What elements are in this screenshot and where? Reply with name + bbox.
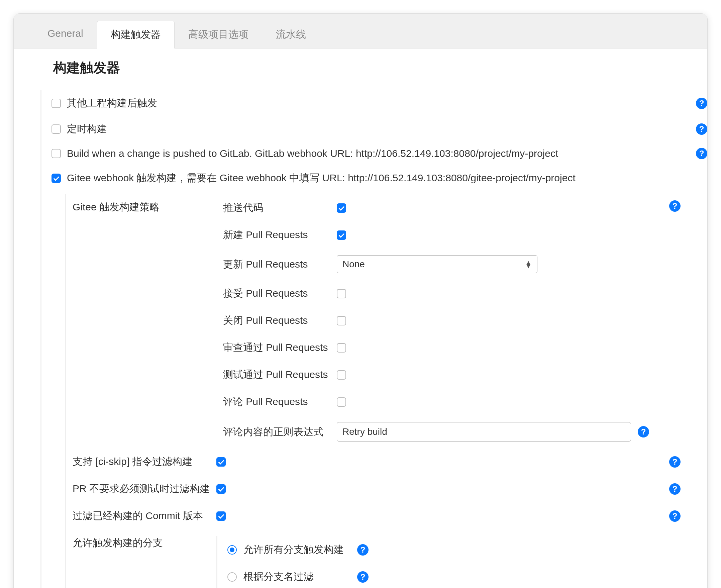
new-pr-row: 新建 Pull Requests	[223, 222, 681, 249]
help-icon[interactable]: ?	[638, 426, 649, 438]
allowed-branches-label: 允许触发构建的分支	[72, 536, 216, 550]
help-icon[interactable]: ?	[669, 456, 681, 468]
trigger-gitlab-checkbox[interactable]	[51, 149, 61, 158]
select-arrows-icon: ▲▼	[525, 261, 532, 268]
branch-all-label: 允许所有分支触发构建	[243, 543, 344, 556]
update-pr-value: None	[342, 259, 365, 270]
accept-pr-checkbox[interactable]	[337, 289, 346, 298]
help-icon[interactable]: ?	[357, 571, 368, 583]
review-pr-label: 审查通过 Pull Requests	[223, 341, 337, 355]
triggers-list: 其他工程构建后触发 ? 定时构建 ? Build when a change i…	[40, 90, 681, 588]
pr-no-test-row: PR 不要求必须测试时过滤构建 ?	[72, 475, 681, 502]
allowed-branches-row: 允许触发构建的分支 允许所有分支触发构建 ? 根据分支名过滤 ?	[72, 529, 681, 588]
comment-pr-checkbox[interactable]	[337, 397, 346, 407]
close-pr-label: 关闭 Pull Requests	[223, 314, 337, 328]
comment-pr-label: 评论 Pull Requests	[223, 395, 337, 409]
trigger-other-project-row: 其他工程构建后触发 ?	[51, 90, 681, 116]
tab-advanced[interactable]: 高级项目选项	[174, 21, 262, 48]
push-row: 推送代码	[223, 194, 681, 222]
pr-no-test-label: PR 不要求必须测试时过滤构建	[72, 482, 216, 496]
ci-skip-label: 支持 [ci-skip] 指令过滤构建	[72, 455, 216, 468]
trigger-gitee-label: Gitee webhook 触发构建，需要在 Gitee webhook 中填写…	[67, 171, 575, 185]
close-pr-checkbox[interactable]	[337, 316, 346, 326]
help-icon[interactable]: ?	[669, 510, 681, 522]
update-pr-label: 更新 Pull Requests	[223, 257, 337, 271]
filter-built-label: 过滤已经构建的 Commit 版本	[72, 509, 216, 523]
help-icon[interactable]: ?	[669, 483, 681, 495]
trigger-other-project-checkbox[interactable]	[51, 99, 61, 108]
trigger-timed-checkbox[interactable]	[51, 124, 61, 134]
test-pr-label: 测试通过 Pull Requests	[223, 368, 337, 382]
close-pr-row: 关闭 Pull Requests	[223, 307, 681, 334]
gitee-strategy-section: ? Gitee 触发构建策略 推送代码 新建 Pull Requests	[72, 194, 681, 448]
comment-pr-row: 评论 Pull Requests	[223, 388, 681, 415]
branch-name-row: 根据分支名过滤 ?	[227, 563, 681, 588]
comment-regex-row: 评论内容的正则表达式 ?	[223, 415, 681, 448]
help-icon[interactable]: ?	[357, 544, 368, 555]
branch-all-row: 允许所有分支触发构建 ?	[227, 536, 681, 563]
help-icon[interactable]: ?	[696, 123, 707, 135]
test-pr-row: 测试通过 Pull Requests	[223, 361, 681, 388]
review-pr-row: 审查通过 Pull Requests	[223, 334, 681, 361]
strategy-title: Gitee 触发构建策略	[72, 201, 160, 212]
trigger-gitee-checkbox[interactable]	[51, 174, 61, 183]
trigger-gitee-row: Gitee webhook 触发构建，需要在 Gitee webhook 中填写…	[51, 165, 681, 191]
trigger-gitlab-label: Build when a change is pushed to GitLab.…	[67, 148, 558, 159]
comment-regex-label: 评论内容的正则表达式	[223, 425, 337, 439]
trigger-timed-row: 定时构建 ?	[51, 116, 681, 142]
push-label: 推送代码	[223, 201, 337, 215]
trigger-timed-label: 定时构建	[67, 122, 107, 136]
tab-bar: General 构建触发器 高级项目选项 流水线	[14, 14, 707, 48]
help-icon[interactable]: ?	[696, 148, 707, 159]
review-pr-checkbox[interactable]	[337, 343, 346, 353]
section-title: 构建触发器	[53, 59, 681, 77]
branch-all-radio[interactable]	[227, 545, 237, 554]
branch-name-label: 根据分支名过滤	[243, 570, 344, 584]
push-checkbox[interactable]	[337, 203, 346, 213]
branch-options: 允许所有分支触发构建 ? 根据分支名过滤 ? 根据正则表达式过滤分支 ?	[216, 536, 681, 588]
ci-skip-checkbox[interactable]	[216, 457, 226, 467]
tab-general[interactable]: General	[34, 21, 97, 48]
update-pr-row: 更新 Pull Requests None ▲▼	[223, 249, 681, 280]
new-pr-label: 新建 Pull Requests	[223, 228, 337, 242]
accept-pr-row: 接受 Pull Requests	[223, 280, 681, 307]
new-pr-checkbox[interactable]	[337, 230, 346, 240]
pr-no-test-checkbox[interactable]	[216, 484, 226, 494]
test-pr-checkbox[interactable]	[337, 370, 346, 380]
trigger-gitlab-row: Build when a change is pushed to GitLab.…	[51, 142, 681, 165]
filter-built-checkbox[interactable]	[216, 511, 226, 521]
accept-pr-label: 接受 Pull Requests	[223, 287, 337, 300]
branch-name-radio[interactable]	[227, 572, 237, 582]
filter-built-row: 过滤已经构建的 Commit 版本 ?	[72, 502, 681, 529]
tab-triggers[interactable]: 构建触发器	[97, 21, 174, 48]
help-icon[interactable]: ?	[696, 98, 707, 109]
comment-regex-input[interactable]	[337, 422, 631, 441]
config-window: General 构建触发器 高级项目选项 流水线 构建触发器 其他工程构建后触发…	[13, 13, 708, 588]
ci-skip-row: 支持 [ci-skip] 指令过滤构建 ?	[72, 448, 681, 475]
content-area: 构建触发器 其他工程构建后触发 ? 定时构建 ? Build when a ch…	[14, 48, 707, 588]
update-pr-select[interactable]: None ▲▼	[337, 255, 537, 273]
trigger-other-project-label: 其他工程构建后触发	[67, 96, 157, 110]
tab-pipeline[interactable]: 流水线	[262, 21, 320, 48]
gitee-config: ? Gitee 触发构建策略 推送代码 新建 Pull Requests	[65, 194, 681, 588]
